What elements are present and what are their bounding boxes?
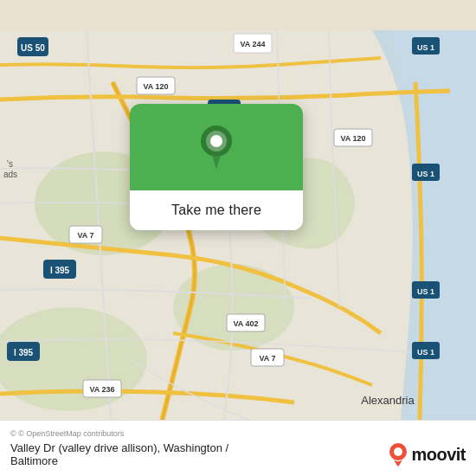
moovit-pin-icon — [389, 442, 408, 466]
svg-text:Alexandria: Alexandria — [361, 394, 415, 407]
moovit-label: moovit — [411, 445, 466, 465]
attribution-text: © OpenStreetMap contributors — [18, 429, 124, 438]
action-card: Take me there — [130, 104, 303, 230]
location-name: Valley Dr (valley drive allison), Washin… — [10, 441, 228, 454]
svg-text:US 1: US 1 — [417, 43, 434, 52]
svg-text:'s: 's — [7, 159, 13, 169]
svg-text:ads: ads — [3, 170, 17, 179]
svg-point-41 — [394, 447, 402, 456]
svg-text:VA 244: VA 244 — [240, 40, 265, 48]
svg-text:I 395: I 395 — [50, 266, 70, 275]
svg-text:VA 7: VA 7 — [77, 231, 93, 240]
svg-text:VA 7: VA 7 — [259, 354, 275, 363]
moovit-logo: moovit — [389, 442, 466, 466]
svg-text:VA 120: VA 120 — [143, 82, 168, 91]
svg-text:US 50: US 50 — [21, 43, 45, 53]
card-map-preview — [130, 104, 303, 190]
svg-text:VA 120: VA 120 — [340, 134, 365, 143]
bottom-bar: © © OpenStreetMap contributors Valley Dr… — [0, 420, 476, 476]
svg-text:US 1: US 1 — [417, 348, 434, 357]
take-me-there-button[interactable]: Take me there — [130, 190, 303, 230]
svg-text:I 395: I 395 — [14, 348, 34, 357]
svg-text:US 1: US 1 — [417, 170, 434, 178]
svg-text:VA 236: VA 236 — [89, 385, 114, 394]
attribution: © © OpenStreetMap contributors — [10, 429, 466, 438]
location-pin-icon — [199, 125, 234, 169]
location-info: Valley Dr (valley drive allison), Washin… — [10, 441, 466, 467]
svg-text:US 1: US 1 — [417, 287, 434, 296]
copyright-symbol: © — [10, 429, 16, 438]
map-container: US 50 VA 244 US 1 VA 120 I 395 I 395 VA … — [0, 0, 476, 476]
svg-text:VA 402: VA 402 — [233, 319, 258, 328]
svg-point-39 — [210, 135, 222, 147]
map-svg: US 50 VA 244 US 1 VA 120 I 395 I 395 VA … — [0, 0, 476, 476]
location-text: Valley Dr (valley drive allison), Washin… — [10, 441, 389, 467]
location-city: Baltimore — [10, 454, 58, 467]
